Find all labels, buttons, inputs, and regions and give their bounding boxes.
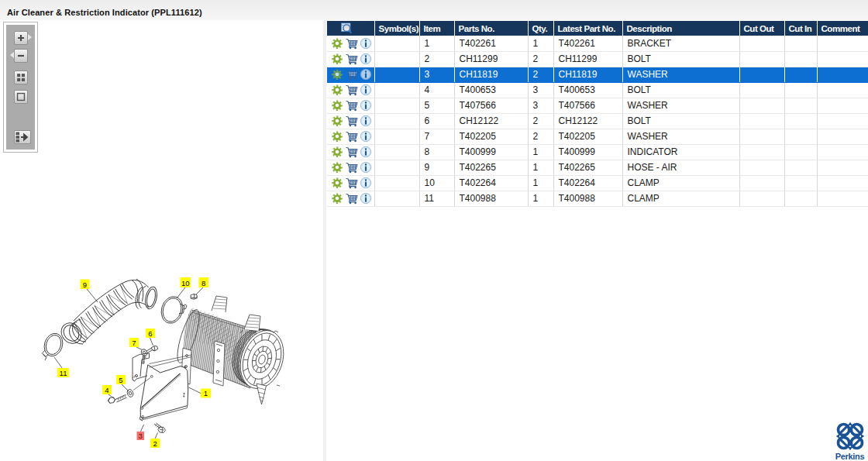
svg-text:4: 4 xyxy=(105,386,108,394)
svg-text:7: 7 xyxy=(132,339,136,347)
svg-text:5: 5 xyxy=(119,376,122,384)
svg-text:9: 9 xyxy=(83,280,87,289)
svg-text:3: 3 xyxy=(139,432,143,440)
svg-text:8: 8 xyxy=(202,279,205,287)
svg-text:Perkins: Perkins xyxy=(835,452,865,461)
svg-text:6: 6 xyxy=(148,329,152,338)
svg-text:11: 11 xyxy=(60,369,67,377)
svg-text:10: 10 xyxy=(181,279,190,287)
svg-text:1: 1 xyxy=(204,389,208,397)
svg-text:2: 2 xyxy=(153,439,157,448)
